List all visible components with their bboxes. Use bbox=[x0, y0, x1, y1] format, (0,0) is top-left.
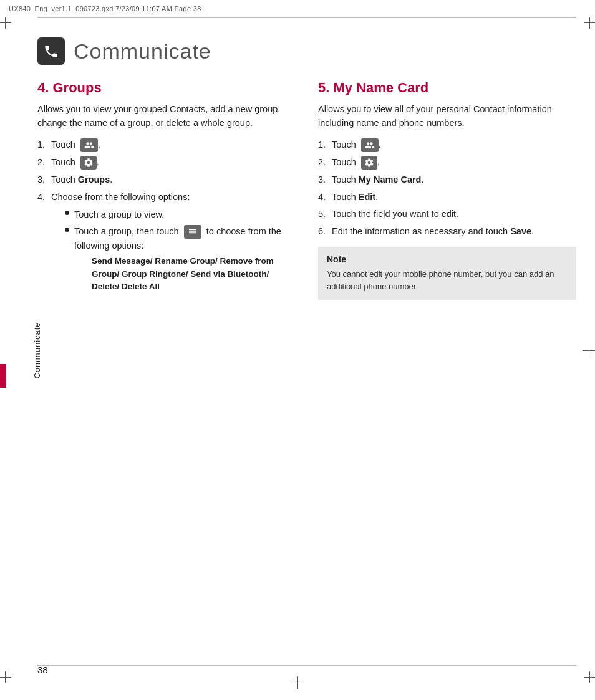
step-num: 5. bbox=[318, 207, 332, 221]
groups-bold: Groups bbox=[78, 175, 110, 185]
menu-svg bbox=[188, 227, 198, 237]
groups-step-4: 4. Choose from the following options: To… bbox=[37, 190, 296, 299]
step-num: 4. bbox=[318, 190, 332, 204]
main-content: Communicate 4. Groups Allows you to view… bbox=[37, 31, 576, 663]
step-num: 1. bbox=[37, 138, 51, 151]
page-title: Communicate bbox=[74, 39, 211, 64]
nc-step-5: 5. Touch the field you want to edit. bbox=[318, 207, 576, 221]
groups-section: 4. Groups Allows you to view your groupe… bbox=[37, 80, 296, 302]
two-column-layout: 4. Groups Allows you to view your groupe… bbox=[37, 80, 576, 302]
bullet-item-1: Touch a group to view. bbox=[65, 208, 296, 221]
page-title-section: Communicate bbox=[37, 37, 576, 65]
groups-step-3: 3. Touch Groups. bbox=[37, 173, 296, 186]
nc-step-4: 4. Touch Edit. bbox=[318, 190, 576, 204]
bullet-text: Touch a group to view. bbox=[74, 208, 164, 221]
nc-save-bold: Save bbox=[510, 226, 531, 236]
sidebar-accent bbox=[0, 364, 6, 388]
top-rule bbox=[37, 17, 576, 18]
reg-mark-right-mid bbox=[583, 344, 595, 357]
bullet-item-2: Touch a group, then touch to choose from… bbox=[65, 224, 296, 295]
step-content: Touch Groups. bbox=[51, 173, 296, 186]
groups-step-1: 1. Touch . bbox=[37, 138, 296, 152]
settings-svg-2 bbox=[364, 158, 374, 168]
menu-icon bbox=[184, 225, 201, 239]
people-icon-2 bbox=[361, 138, 379, 152]
groups-intro: Allows you to view your grouped Contacts… bbox=[37, 102, 296, 130]
nc-step-3: 3. Touch My Name Card. bbox=[318, 173, 576, 186]
bottom-rule bbox=[37, 665, 576, 666]
people-svg-2 bbox=[365, 140, 375, 150]
step-content: Edit the information as necessary and to… bbox=[332, 224, 576, 238]
step-content: Choose from the following options: Touch… bbox=[51, 190, 296, 299]
reg-mark-br bbox=[584, 671, 595, 683]
nc-step-6: 6. Edit the information as necessary and… bbox=[318, 224, 576, 238]
settings-icon-2 bbox=[361, 156, 377, 170]
bullet-dot bbox=[65, 228, 69, 232]
step-content: Touch . bbox=[51, 155, 296, 170]
communicate-icon-box bbox=[37, 37, 65, 65]
my-name-card-section: 5. My Name Card Allows you to view all o… bbox=[318, 80, 576, 302]
step-content: Touch . bbox=[332, 138, 576, 152]
nc-my-name-card-bold: My Name Card bbox=[359, 175, 422, 185]
step-num: 2. bbox=[37, 155, 51, 169]
sub-options: Send Message/ Rename Group/ Remove from … bbox=[92, 255, 296, 293]
reg-mark-bottom-center bbox=[291, 676, 304, 689]
my-name-card-intro: Allows you to view all of your personal … bbox=[318, 102, 576, 130]
groups-step-2: 2. Touch . bbox=[37, 155, 296, 170]
step-num: 3. bbox=[37, 173, 51, 186]
reg-mark-bl bbox=[0, 671, 11, 683]
step-num: 1. bbox=[318, 138, 332, 151]
note-text: You cannot edit your mobile phone number… bbox=[327, 268, 568, 292]
bullet-list: Touch a group to view. Touch a group, th… bbox=[65, 208, 296, 295]
step-content: Touch Edit. bbox=[332, 190, 576, 204]
step-content: Touch . bbox=[51, 138, 296, 152]
note-box: Note You cannot edit your mobile phone n… bbox=[318, 247, 576, 300]
step-num: 6. bbox=[318, 224, 332, 238]
nc-step-2: 2. Touch . bbox=[318, 155, 576, 170]
bullet-dot bbox=[65, 211, 69, 215]
note-title: Note bbox=[327, 254, 568, 264]
nc-edit-bold: Edit bbox=[359, 192, 375, 202]
step-num: 4. bbox=[37, 190, 51, 204]
groups-steps: 1. Touch . 2. Touch bbox=[37, 138, 296, 299]
settings-icon-1 bbox=[80, 156, 97, 170]
step-content: Touch My Name Card. bbox=[332, 173, 576, 186]
nc-step-1: 1. Touch . bbox=[318, 138, 576, 152]
reg-mark-tl bbox=[0, 17, 11, 29]
reg-mark-tr bbox=[584, 17, 595, 29]
page-number: 38 bbox=[37, 664, 48, 675]
people-svg bbox=[84, 140, 94, 150]
settings-svg bbox=[84, 158, 94, 168]
my-name-card-title: 5. My Name Card bbox=[318, 80, 576, 96]
people-icon-1 bbox=[80, 138, 98, 152]
my-name-card-steps: 1. Touch . 2. Touch bbox=[318, 138, 576, 238]
bullet-text: Touch a group, then touch to choose from… bbox=[74, 224, 296, 295]
phone-icon bbox=[43, 43, 59, 59]
header-text: UX840_Eng_ver1.1_090723.qxd 7/23/09 11:0… bbox=[9, 5, 201, 12]
step-content: Touch . bbox=[332, 155, 576, 170]
step-num: 3. bbox=[318, 173, 332, 186]
groups-title: 4. Groups bbox=[37, 80, 296, 96]
step-num: 2. bbox=[318, 155, 332, 169]
header-bar: UX840_Eng_ver1.1_090723.qxd 7/23/09 11:0… bbox=[0, 0, 595, 17]
step-content: Touch the field you want to edit. bbox=[332, 207, 576, 221]
